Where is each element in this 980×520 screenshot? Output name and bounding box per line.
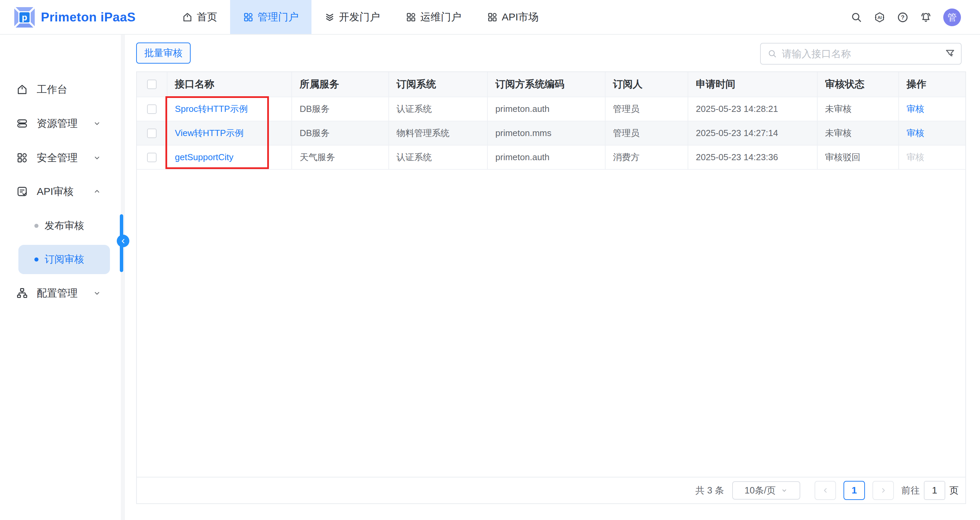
- bullet-dot-icon: [34, 257, 38, 262]
- help-icon[interactable]: ?: [897, 11, 908, 23]
- grid-icon: [406, 12, 416, 22]
- chevron-down-icon: [92, 154, 102, 162]
- row-checkbox[interactable]: [147, 153, 157, 162]
- nav-item-admin-portal[interactable]: 管理门户: [230, 0, 312, 34]
- interface-name-link[interactable]: View转HTTP示例: [175, 127, 244, 139]
- table-row: Sproc转HTTP示例 DB服务 认证系统 primeton.auth 管理员…: [137, 97, 966, 121]
- interface-name-link[interactable]: getSupportCity: [175, 152, 234, 163]
- sidebar-item-label: 配置管理: [37, 286, 78, 300]
- apply-time-cell: 2025-05-23 14:28:21: [688, 97, 817, 121]
- sidebar: 工作台 资源管理 安全管理 API审核 发布审核 订阅审核 配置管理: [0, 35, 125, 520]
- review-action-disabled: 审核: [907, 151, 924, 163]
- sidebar-item-label: 工作台: [37, 82, 67, 97]
- status-cell: 未审核: [818, 97, 899, 121]
- top-bar-actions: AI ? 管: [851, 0, 961, 35]
- service-cell: DB服务: [292, 97, 389, 121]
- system-cell: 认证系统: [389, 97, 488, 121]
- ai-assistant-icon[interactable]: AI: [874, 11, 885, 23]
- sidebar-item-config[interactable]: 配置管理: [0, 284, 125, 303]
- sitemap-icon: [16, 287, 28, 299]
- apply-time-cell: 2025-05-23 14:27:14: [688, 121, 817, 146]
- subscriber-cell: 管理员: [606, 121, 689, 146]
- row-checkbox[interactable]: [147, 128, 157, 138]
- interface-name-search-input[interactable]: [782, 48, 945, 60]
- table-row: View转HTTP示例 DB服务 物料管理系统 primeton.mms 管理员…: [137, 121, 966, 146]
- system-code-cell: primeton.auth: [488, 97, 605, 121]
- brand[interactable]: p Primeton iPaaS: [14, 0, 135, 35]
- row-select-cell: [137, 121, 167, 146]
- user-avatar[interactable]: 管: [943, 8, 961, 26]
- chevron-down-icon: [92, 119, 102, 128]
- sidebar-scrollbar-track[interactable]: [121, 35, 125, 520]
- sidebar-subitem-subscription-review[interactable]: 订阅审核: [18, 245, 110, 274]
- table-empty-area: [137, 170, 966, 477]
- review-action-link[interactable]: 审核: [907, 127, 924, 139]
- search-icon[interactable]: [851, 11, 862, 23]
- app-window: p Primeton iPaaS 首页 管理门户 开发门户 运维门户: [0, 0, 980, 520]
- table-row: getSupportCity 天气服务 认证系统 primeton.auth 消…: [137, 146, 966, 170]
- nav-item-ops-portal[interactable]: 运维门户: [393, 0, 474, 34]
- nav-item-label: 首页: [197, 10, 217, 24]
- nav-item-label: 管理门户: [258, 10, 299, 24]
- review-action-link[interactable]: 审核: [907, 103, 924, 115]
- svg-text:AI: AI: [878, 15, 882, 20]
- top-bar: p Primeton iPaaS 首页 管理门户 开发门户 运维门户: [0, 0, 980, 35]
- batch-review-button[interactable]: 批量审核: [136, 43, 191, 63]
- system-cell: 物料管理系统: [389, 121, 488, 146]
- column-header: 申请时间: [688, 72, 817, 97]
- sidebar-item-api-review[interactable]: API审核: [0, 182, 125, 201]
- grid-icon: [243, 12, 254, 22]
- status-cell: 未审核: [818, 121, 899, 146]
- service-cell: DB服务: [292, 121, 389, 146]
- nav-item-dev-portal[interactable]: 开发门户: [312, 0, 393, 34]
- brand-name: Primeton iPaaS: [41, 10, 135, 24]
- next-page-button: [872, 481, 894, 500]
- nav-item-api-market[interactable]: API市场: [474, 0, 552, 34]
- page-size-select[interactable]: 10条/页: [732, 481, 800, 499]
- sidebar-item-security[interactable]: 安全管理: [0, 148, 125, 167]
- column-header: 订阅人: [606, 72, 689, 97]
- sidebar-subitem-label: 订阅审核: [45, 253, 84, 266]
- subscriber-cell: 消费方: [606, 146, 689, 170]
- nav-item-label: API市场: [502, 10, 539, 24]
- layers-icon: [325, 12, 335, 22]
- sidebar-item-label: 安全管理: [37, 151, 78, 165]
- filter-funnel-icon[interactable]: [945, 48, 956, 59]
- column-header: 审核状态: [818, 72, 899, 97]
- avatar-text: 管: [948, 11, 957, 24]
- sidebar-collapse-button[interactable]: [117, 235, 129, 247]
- chevron-up-icon: [92, 187, 102, 196]
- nav-item-label: 运维门户: [420, 10, 461, 24]
- table-header-row: 接口名称 所属服务 订阅系统 订阅方系统编码 订阅人 申请时间 审核状态 操作: [137, 72, 966, 97]
- page-size-value: 10条/页: [745, 484, 776, 496]
- notifications-icon[interactable]: [920, 11, 932, 23]
- sidebar-item-resources[interactable]: 资源管理: [0, 114, 125, 133]
- chevron-down-icon: [92, 289, 102, 298]
- sidebar-subitem-publish-review[interactable]: 发布审核: [0, 216, 125, 235]
- column-header: 操作: [899, 72, 966, 97]
- main-nav: 首页 管理门户 开发门户 运维门户 API市场: [169, 0, 552, 34]
- page-number-current[interactable]: 1: [843, 481, 865, 500]
- server-icon: [16, 118, 28, 129]
- home-icon: [182, 12, 192, 22]
- interface-name-link[interactable]: Sproc转HTTP示例: [175, 103, 248, 115]
- column-header: 订阅系统: [389, 72, 488, 97]
- sidebar-item-workbench[interactable]: 工作台: [0, 80, 125, 99]
- sidebar-item-label: API审核: [37, 185, 73, 199]
- select-all-checkbox[interactable]: [147, 79, 157, 89]
- column-header: 所属服务: [292, 72, 389, 97]
- header-select-all-cell: [137, 72, 167, 97]
- column-header: 接口名称: [167, 72, 292, 97]
- goto-page-input[interactable]: [924, 481, 945, 500]
- grid-icon: [487, 12, 498, 22]
- pagination-total: 共 3 条: [695, 484, 724, 496]
- nav-item-home[interactable]: 首页: [169, 0, 230, 34]
- subscription-review-table: 接口名称 所属服务 订阅系统 订阅方系统编码 订阅人 申请时间 审核状态 操作 …: [136, 71, 966, 504]
- system-code-cell: primeton.auth: [488, 146, 605, 170]
- row-checkbox[interactable]: [147, 105, 157, 114]
- svg-text:p: p: [22, 12, 27, 22]
- system-code-cell: primeton.mms: [488, 121, 605, 146]
- chevron-down-icon: [781, 487, 788, 494]
- subscriber-cell: 管理员: [606, 97, 689, 121]
- search-icon: [768, 49, 777, 59]
